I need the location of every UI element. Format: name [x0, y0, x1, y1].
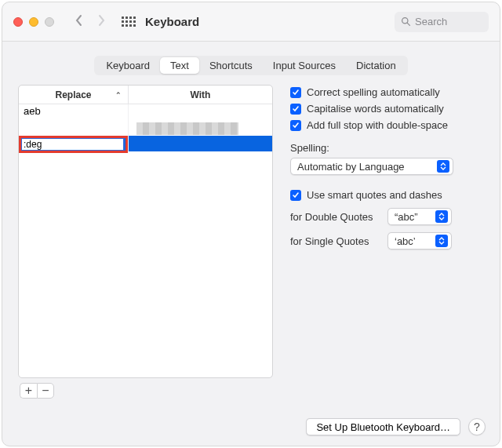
add-button[interactable]: +: [20, 383, 37, 399]
table-row[interactable]: [19, 120, 272, 136]
forward-button: [95, 13, 107, 31]
tab-input-sources[interactable]: Input Sources: [263, 57, 346, 74]
redacted-content: [136, 122, 238, 135]
tab-bar: Keyboard Text Shortcuts Input Sources Di…: [2, 56, 500, 75]
titlebar: Keyboard Search: [2, 2, 500, 42]
table-footer: + −: [18, 381, 273, 400]
table-row[interactable]: aeb: [19, 104, 272, 120]
replace-edit-input[interactable]: [20, 137, 125, 151]
cell-replace[interactable]: [19, 120, 129, 136]
bottom-bar: Set Up Bluetooth Keyboard… ?: [2, 408, 500, 446]
checkbox-checked-icon: [290, 190, 301, 201]
select-value: ‘abc’: [395, 235, 416, 247]
table-header: Replace⌃ With: [19, 86, 272, 104]
table-row-selected[interactable]: [19, 136, 272, 151]
double-quotes-select[interactable]: “abc”: [387, 208, 452, 225]
col-replace[interactable]: Replace⌃: [19, 86, 129, 104]
label: Use smart quotes and dashes: [307, 189, 442, 201]
table-body: aeb: [19, 104, 272, 377]
cell-replace[interactable]: aeb: [19, 104, 129, 120]
nav-arrows: [73, 13, 107, 31]
col-with[interactable]: With: [129, 86, 272, 104]
double-quotes-label: for Double Quotes: [290, 211, 381, 223]
replacements-panel: Replace⌃ With aeb: [18, 85, 273, 400]
cell-with[interactable]: [129, 136, 272, 151]
minimise-window-button[interactable]: [29, 17, 38, 27]
cell-with[interactable]: [129, 120, 272, 136]
close-window-button[interactable]: [13, 17, 23, 27]
search-field[interactable]: Search: [395, 12, 489, 32]
search-placeholder: Search: [415, 16, 447, 27]
select-value: Automatic by Language: [297, 161, 405, 173]
label: Capitalise words automatically: [307, 103, 444, 115]
options-panel: Correct spelling automatically Capitalis…: [290, 85, 484, 400]
tab-text[interactable]: Text: [160, 57, 199, 74]
label: Correct spelling automatically: [307, 86, 440, 98]
search-icon: [401, 16, 411, 27]
check-capitalise[interactable]: Capitalise words automatically: [290, 103, 484, 115]
cell-with[interactable]: [129, 104, 272, 120]
edit-highlight: [20, 137, 126, 151]
segmented-control: Keyboard Text Shortcuts Input Sources Di…: [94, 56, 407, 75]
checkbox-checked-icon: [290, 120, 301, 131]
show-all-icon[interactable]: [122, 16, 136, 27]
tab-dictation[interactable]: Dictation: [346, 57, 406, 74]
window-title: Keyboard: [145, 15, 199, 28]
tab-keyboard[interactable]: Keyboard: [96, 57, 160, 74]
tab-shortcuts[interactable]: Shortcuts: [199, 57, 263, 74]
select-value: “abc”: [395, 211, 418, 223]
single-quotes-label: for Single Quotes: [290, 235, 381, 247]
svg-line-1: [407, 23, 409, 25]
remove-button[interactable]: −: [37, 383, 54, 399]
updown-icon: [435, 235, 448, 247]
checkbox-checked-icon: [290, 104, 301, 115]
row-single-quotes: for Single Quotes ‘abc’: [290, 232, 484, 249]
label: Add full stop with double-space: [307, 119, 448, 131]
back-button[interactable]: [73, 13, 85, 31]
help-button[interactable]: ?: [468, 418, 486, 435]
check-fullstop[interactable]: Add full stop with double-space: [290, 119, 484, 131]
updown-icon: [435, 210, 448, 223]
spelling-label: Spelling:: [290, 142, 484, 154]
check-correct-spelling[interactable]: Correct spelling automatically: [290, 86, 484, 98]
cell-replace-editing[interactable]: [19, 136, 129, 151]
zoom-window-button: [45, 17, 54, 27]
row-double-quotes: for Double Quotes “abc”: [290, 208, 484, 225]
updown-icon: [437, 160, 449, 173]
traffic-lights: [13, 17, 54, 27]
spelling-select[interactable]: Automatic by Language: [290, 158, 453, 175]
check-smart-quotes[interactable]: Use smart quotes and dashes: [290, 189, 484, 201]
checkbox-checked-icon: [290, 87, 301, 98]
replacements-table[interactable]: Replace⌃ With aeb: [18, 85, 273, 378]
sort-indicator-icon: ⌃: [115, 91, 122, 99]
single-quotes-select[interactable]: ‘abc’: [387, 232, 452, 249]
content-area: Replace⌃ With aeb: [2, 85, 500, 408]
bluetooth-keyboard-button[interactable]: Set Up Bluetooth Keyboard…: [306, 418, 460, 435]
prefs-window: Keyboard Search Keyboard Text Shortcuts …: [2, 2, 500, 446]
